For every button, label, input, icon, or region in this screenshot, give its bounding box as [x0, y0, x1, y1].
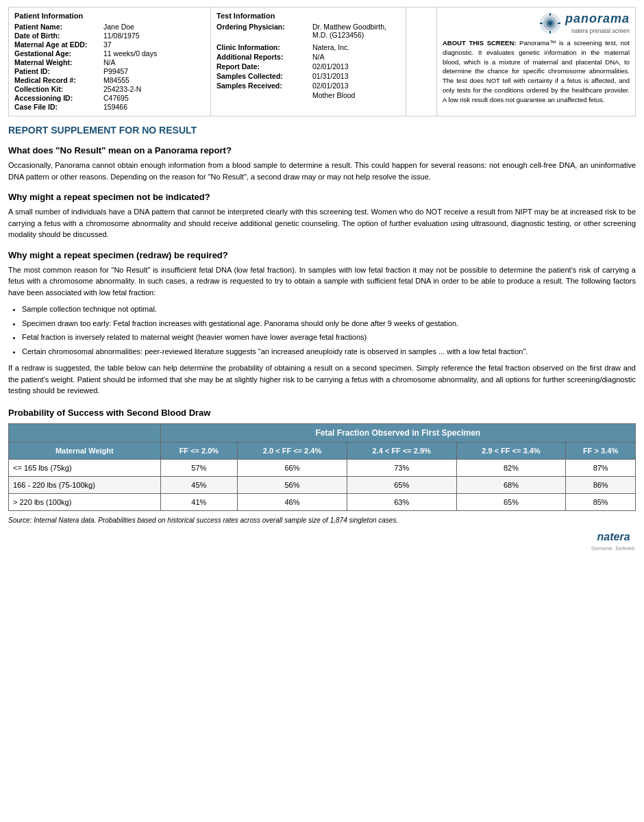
row3-v3: 63% — [347, 493, 456, 510]
gestational-age-value: 11 weeks/0 days — [103, 49, 157, 58]
about-section: panorama natera prenatal screen ABOUT TH… — [437, 7, 636, 116]
maternal-weight-label: Maternal Weight: — [14, 58, 103, 66]
maternal-age-label: Maternal Age at EDD: — [14, 40, 103, 49]
patient-name-label: Patient Name: — [14, 23, 103, 31]
additional-reports-value: N/A — [312, 53, 325, 61]
panorama-logo-text: panorama natera prenatal screen — [565, 12, 630, 34]
probability-table: Fetal Fraction Observed in First Specime… — [8, 423, 636, 511]
patient-info-box: Patient Information Patient Name: Jane D… — [9, 8, 211, 116]
row3-v5: 85% — [566, 493, 636, 510]
probability-section: Probability of Success with Second Blood… — [8, 408, 636, 524]
samples-received-label: Samples Received: — [216, 82, 312, 90]
patient-id-value: P99457 — [103, 67, 128, 75]
test-info-box: Test Information Ordering Physician: Dr.… — [211, 8, 406, 116]
additional-reports-label: Additional Reports: — [216, 53, 312, 61]
row2-v2: 56% — [238, 476, 347, 493]
logo-area: panorama natera prenatal screen — [443, 12, 630, 34]
report-date-label: Report Date: — [216, 62, 312, 71]
patient-id-label: Patient ID: — [14, 67, 103, 75]
col-header-ff4: 2.9 < FF <= 3.4% — [456, 442, 566, 459]
patient-name-value: Jane Doe — [103, 23, 134, 31]
samples-received-value: 02/01/2013 — [312, 82, 349, 90]
about-body: Panorama™ is a screening test, not diagn… — [443, 39, 630, 103]
table-row: > 220 lbs (100kg) 41% 46% 63% 65% 85% — [9, 493, 636, 510]
row2-v4: 68% — [456, 476, 566, 493]
dob-value: 11/08/1975 — [103, 32, 140, 40]
q3-heading: Why might a repeat specimen (redraw) be … — [8, 250, 636, 260]
table-row: 166 - 220 lbs (75-100kg) 45% 56% 65% 68%… — [9, 476, 636, 493]
ordering-physician-value: Dr. Matthew Goodbirth, M.D. (G123456) — [312, 23, 400, 39]
row3-v1: 41% — [160, 493, 238, 510]
about-title: ABOUT THIS SCREEN: — [443, 39, 516, 47]
clinic-info-value: Natera, Inc. — [312, 43, 349, 51]
report-supplement-title: REPORT SUPPLEMENT for NO RESULT — [8, 125, 636, 136]
collection-kit-value: 254233-2-N — [103, 85, 141, 93]
bullet-item-2: Specimen drawn too early: Fetal fraction… — [22, 318, 636, 329]
medical-record-value: M84555 — [103, 76, 129, 84]
medical-record-label: Medical Record #: — [14, 76, 103, 84]
row1-v5: 87% — [566, 459, 636, 476]
gestational-age-label: Gestational Age: — [14, 49, 103, 58]
maternal-weight-value: N/A — [103, 58, 116, 66]
footer-brand: natera — [597, 531, 630, 543]
ordering-physician-label: Ordering Physician: — [216, 23, 312, 39]
q2-heading: Why might a repeat specimen not be indic… — [8, 192, 636, 202]
report-date-value: 02/01/2013 — [312, 62, 349, 71]
collection-kit-label: Collection Kit: — [14, 85, 103, 93]
row3-weight: > 220 lbs (100kg) — [9, 493, 161, 510]
test-info-title: Test Information — [216, 12, 400, 20]
bullet-item-4: Certain chromosomal abnormalities: peer-… — [22, 346, 636, 358]
mother-blood-value: Mother Blood — [312, 91, 355, 99]
row2-v1: 45% — [160, 476, 238, 493]
row2-weight: 166 - 220 lbs (75-100kg) — [9, 476, 161, 493]
table-top-header: Fetal Fraction Observed in First Specime… — [160, 423, 635, 442]
about-text: ABOUT THIS SCREEN: Panorama™ is a screen… — [443, 38, 630, 104]
samples-collected-label: Samples Collected: — [216, 72, 312, 80]
q1-heading: What does "No Result" mean on a Panorama… — [8, 145, 636, 155]
col-header-ff2: 2.0 < FF <= 2.4% — [238, 442, 347, 459]
row1-v4: 82% — [456, 459, 566, 476]
row2-v3: 65% — [347, 476, 456, 493]
bullet-item-3: Fetal fraction is inversely related to m… — [22, 332, 636, 343]
row1-v2: 66% — [238, 459, 347, 476]
probability-title: Probability of Success with Second Blood… — [8, 408, 636, 418]
row1-weight: <= 165 lbs (75kg) — [9, 459, 161, 476]
dob-label: Date of Birth: — [14, 32, 103, 40]
table-row: <= 165 lbs (75kg) 57% 66% 73% 82% 87% — [9, 459, 636, 476]
col-header-ff5: FF > 3.4% — [566, 442, 636, 459]
row1-v3: 73% — [347, 459, 456, 476]
accessioning-id-value: C47695 — [103, 94, 129, 102]
svg-point-3 — [548, 21, 552, 25]
case-file-id-value: 159466 — [103, 103, 127, 111]
accessioning-id-label: Accessioning ID: — [14, 94, 103, 102]
collection-sub-label — [216, 91, 312, 99]
q3-intro: The most common reason for "No Result" i… — [8, 264, 636, 299]
source-text: Source: Internal Natera data. Probabilit… — [8, 516, 636, 524]
maternal-age-value: 37 — [103, 40, 112, 49]
case-file-id-label: Case File ID: — [14, 103, 103, 111]
table-top-header-spacer — [9, 423, 161, 442]
col-header-ff3: 2.4 < FF <= 2.9% — [347, 442, 456, 459]
col-header-weight: Maternal Weight — [9, 442, 161, 459]
clinic-info-label: Clinic Information: — [216, 43, 312, 51]
footer-tagline: Genome. Defined. — [591, 545, 636, 551]
samples-collected-value: 01/31/2013 — [312, 72, 349, 80]
q2-body: A small number of individuals have a DNA… — [8, 206, 636, 240]
q3-closing: If a redraw is suggested, the table belo… — [8, 362, 636, 397]
bullet-item-1: Sample collection technique not optimal. — [22, 303, 636, 315]
q1-body: Occasionally, Panorama cannot obtain eno… — [8, 160, 636, 182]
row2-v5: 86% — [566, 476, 636, 493]
footer: natera Genome. Defined. — [8, 531, 636, 551]
row1-v1: 57% — [160, 459, 238, 476]
col-header-ff1: FF <= 2.0% — [160, 442, 238, 459]
panorama-icon — [539, 12, 561, 34]
bullet-list: Sample collection technique not optimal.… — [22, 303, 636, 357]
row3-v2: 46% — [238, 493, 347, 510]
row3-v4: 65% — [456, 493, 566, 510]
patient-info-title: Patient Information — [14, 12, 205, 20]
